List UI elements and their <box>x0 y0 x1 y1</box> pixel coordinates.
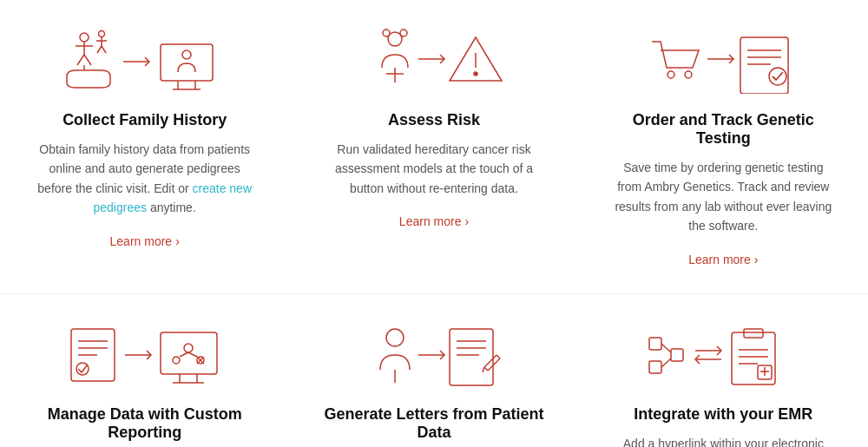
svg-line-60 <box>484 367 488 371</box>
svg-point-20 <box>383 30 390 36</box>
card-title: Generate Letters from Patient Data <box>324 405 543 442</box>
card-assess-risk: Assess Risk Run validated hereditary can… <box>289 0 578 294</box>
card-icon-generate-letters <box>324 320 543 390</box>
card-icon-integrate-emr <box>614 320 833 390</box>
card-manage-data: Manage Data with Custom Reporting Use pr… <box>0 294 289 447</box>
svg-line-47 <box>180 352 188 357</box>
svg-point-25 <box>474 72 477 76</box>
svg-line-58 <box>484 355 496 367</box>
card-title: Integrate with your EMR <box>614 405 833 424</box>
svg-point-0 <box>80 33 89 42</box>
svg-line-67 <box>661 358 671 367</box>
svg-point-51 <box>386 329 404 346</box>
card-title: Manage Data with Custom Reporting <box>35 405 254 442</box>
card-integrate-emr: Integrate with your EMR Add a hyperlink … <box>579 294 868 447</box>
svg-line-8 <box>97 46 102 53</box>
card-icon-manage-data <box>35 320 254 390</box>
svg-rect-63 <box>649 338 661 350</box>
card-desc: Run validated hereditary cancer risk ass… <box>324 140 543 198</box>
svg-line-59 <box>488 358 500 371</box>
svg-point-26 <box>667 71 674 78</box>
features-grid: Collect Family History Obtain family his… <box>0 0 868 447</box>
svg-point-33 <box>769 68 786 85</box>
svg-line-61 <box>496 355 500 358</box>
card-title: Assess Risk <box>324 111 543 129</box>
card-generate-letters: Generate Letters from Patient Data Save … <box>289 294 578 447</box>
card-icon-assess-risk <box>324 26 543 95</box>
card-desc: Save time by ordering genetic testing fr… <box>614 158 833 236</box>
learn-more-button[interactable]: Learn more › <box>688 253 758 266</box>
svg-point-45 <box>173 357 180 364</box>
card-order-track: Order and Track Genetic Testing Save tim… <box>579 0 868 294</box>
learn-more-button[interactable]: Learn more › <box>399 214 469 228</box>
svg-point-27 <box>685 71 692 78</box>
card-title: Collect Family History <box>35 111 254 129</box>
svg-point-16 <box>182 50 191 59</box>
card-icon-order-track <box>614 26 833 95</box>
svg-line-4 <box>84 55 91 65</box>
svg-rect-65 <box>671 349 683 361</box>
svg-line-48 <box>188 352 197 357</box>
svg-rect-54 <box>450 329 493 385</box>
svg-rect-71 <box>744 329 763 338</box>
svg-point-44 <box>184 344 193 352</box>
card-collect-family-history: Collect Family History Obtain family his… <box>0 0 289 294</box>
svg-line-9 <box>102 46 106 53</box>
svg-rect-70 <box>732 332 775 385</box>
svg-point-5 <box>98 30 104 36</box>
svg-rect-29 <box>740 37 788 94</box>
svg-line-3 <box>77 55 84 65</box>
svg-line-66 <box>661 344 671 352</box>
svg-line-62 <box>483 367 484 372</box>
card-desc: Obtain family history data from patients… <box>35 140 254 218</box>
svg-point-21 <box>400 30 407 36</box>
create-pedigrees-link[interactable]: create new pedigrees <box>94 181 253 214</box>
card-title: Order and Track Genetic Testing <box>614 111 833 148</box>
svg-rect-64 <box>649 361 661 373</box>
card-icon-family-history <box>35 26 254 95</box>
card-desc: Add a hyperlink within your electronic m… <box>614 434 833 447</box>
learn-more-button[interactable]: Learn more › <box>110 234 180 248</box>
